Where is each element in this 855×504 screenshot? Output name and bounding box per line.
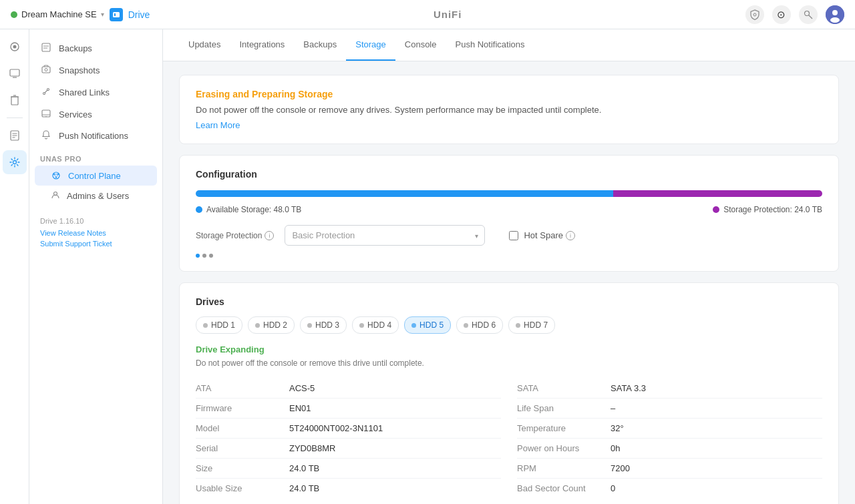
drive-badge-4[interactable]: HDD 4 bbox=[352, 316, 399, 334]
svg-point-29 bbox=[45, 116, 46, 117]
nav-item-services[interactable]: Services bbox=[29, 103, 162, 125]
drive-badge-2[interactable]: HDD 2 bbox=[248, 316, 295, 334]
svg-point-24 bbox=[45, 69, 47, 71]
tab-storage[interactable]: Storage bbox=[346, 29, 395, 61]
svg-point-6 bbox=[832, 10, 838, 15]
camera-icon[interactable]: ⊙ bbox=[772, 5, 791, 24]
nav-sub-label-control-plane: Control Plane bbox=[68, 171, 121, 181]
nav-item-push-notifications[interactable]: Push Notifications bbox=[29, 125, 162, 147]
detail-label: Size bbox=[196, 463, 289, 473]
nav-item-snapshots[interactable]: Snapshots bbox=[29, 59, 162, 81]
erasing-title: Erasing and Preparing Storage bbox=[196, 89, 822, 99]
configuration-card: Configuration Available Storage: 48.0 TB… bbox=[179, 155, 839, 272]
learn-more-link[interactable]: Learn More bbox=[196, 120, 240, 130]
svg-point-25 bbox=[47, 89, 49, 91]
tab-integrations[interactable]: Integrations bbox=[230, 29, 294, 61]
nav-item-shared-links[interactable]: Shared Links bbox=[29, 81, 162, 103]
drive-dot-2 bbox=[255, 323, 260, 328]
detail-value: 0h bbox=[611, 443, 620, 453]
drive-badge-7[interactable]: HDD 7 bbox=[508, 316, 555, 334]
detail-value: 32° bbox=[611, 423, 624, 433]
view-release-notes-link[interactable]: View Release Notes bbox=[40, 229, 152, 237]
drive-badge-1[interactable]: HDD 1 bbox=[196, 316, 242, 334]
detail-label: RPM bbox=[517, 463, 611, 473]
key-icon[interactable] bbox=[799, 5, 818, 24]
submit-support-ticket-link[interactable]: Submit Support Ticket bbox=[40, 240, 152, 248]
detail-value: – bbox=[611, 403, 615, 413]
content-area: Updates Integrations Backups Storage Con… bbox=[163, 29, 855, 504]
detail-value: SATA 3.3 bbox=[611, 383, 646, 393]
detail-row: Model5T24000NT002-3N1101 bbox=[196, 419, 501, 439]
storage-protection-label: Storage Protection: 24.0 TB bbox=[723, 205, 822, 214]
snapshots-icon bbox=[40, 65, 52, 76]
nav-sub-control-plane[interactable]: Control Plane bbox=[35, 166, 157, 186]
svg-rect-10 bbox=[10, 69, 19, 76]
device-selector[interactable]: Dream Machine SE ▾ bbox=[11, 9, 104, 19]
hot-spare-group: Hot Spare i bbox=[509, 230, 575, 240]
shared-links-icon bbox=[40, 87, 52, 98]
detail-value: EN01 bbox=[289, 403, 311, 413]
detail-label: Power on Hours bbox=[517, 443, 611, 453]
svg-line-34 bbox=[54, 174, 56, 178]
nav-item-backups[interactable]: Backups bbox=[29, 37, 162, 59]
center-title: UniFi bbox=[434, 9, 462, 20]
storage-protection-info-icon[interactable]: i bbox=[265, 231, 274, 240]
svg-rect-12 bbox=[11, 97, 18, 105]
detail-row: FirmwareEN01 bbox=[196, 399, 501, 419]
nav-label-backups: Backups bbox=[59, 43, 92, 53]
hot-spare-checkbox[interactable] bbox=[509, 231, 518, 240]
display-icon[interactable] bbox=[3, 61, 27, 85]
nav-label-services: Services bbox=[59, 109, 92, 119]
svg-point-9 bbox=[13, 45, 16, 49]
detail-value: ACS-5 bbox=[289, 383, 315, 393]
nav-sub-admins-users[interactable]: Admins & Users bbox=[29, 186, 162, 206]
tab-push-notifications[interactable]: Push Notifications bbox=[446, 29, 534, 61]
avatar[interactable] bbox=[826, 5, 844, 24]
sidebar-divider bbox=[7, 117, 23, 118]
drive-badge-3[interactable]: HDD 3 bbox=[300, 316, 347, 334]
drive-details-grid: ATAACS-5FirmwareEN01Model5T24000NT002-3N… bbox=[196, 379, 822, 498]
topbar-left: Dream Machine SE ▾ Drive bbox=[11, 8, 150, 21]
drive-badge-6[interactable]: HDD 6 bbox=[456, 316, 503, 334]
drive-dot-4 bbox=[359, 323, 364, 328]
svg-rect-27 bbox=[42, 110, 50, 117]
shield-icon[interactable] bbox=[745, 5, 764, 24]
drive-dot-6 bbox=[464, 323, 468, 328]
drive-icon bbox=[110, 8, 123, 21]
svg-point-7 bbox=[830, 17, 840, 23]
settings-icon[interactable] bbox=[3, 150, 27, 174]
backups-icon bbox=[40, 43, 52, 54]
storage-protection-select[interactable]: Basic Protection bbox=[285, 225, 485, 246]
nav-label-push-notif: Push Notifications bbox=[59, 131, 128, 141]
home-icon[interactable] bbox=[3, 35, 27, 59]
tab-updates[interactable]: Updates bbox=[179, 29, 230, 61]
dots-indicator bbox=[196, 254, 822, 258]
app-name: Drive bbox=[128, 9, 150, 20]
nav-footer: Drive 1.16.10 View Release Notes Submit … bbox=[29, 206, 162, 258]
trash-icon[interactable] bbox=[3, 88, 27, 112]
icon-sidebar bbox=[0, 29, 29, 504]
drive-version: Drive 1.16.10 bbox=[40, 217, 152, 225]
available-storage-label: Available Storage: 48.0 TB bbox=[206, 205, 301, 214]
drive-details-right: SATASATA 3.3Life Span–Temperature32°Powe… bbox=[517, 379, 822, 498]
svg-point-26 bbox=[43, 93, 45, 95]
topbar-drive-section: Drive bbox=[110, 8, 150, 21]
detail-row: Temperature32° bbox=[517, 419, 822, 439]
tab-console[interactable]: Console bbox=[395, 29, 446, 61]
drives-list: HDD 1HDD 2HDD 3HDD 4HDD 5HDD 6HDD 7 bbox=[196, 316, 822, 334]
doc-icon[interactable] bbox=[3, 123, 27, 148]
detail-value: 5T24000NT002-3N1101 bbox=[289, 423, 383, 433]
drives-title: Drives bbox=[196, 296, 822, 307]
detail-row: Power on Hours0h bbox=[517, 439, 822, 459]
drive-badge-5[interactable]: HDD 5 bbox=[404, 316, 451, 334]
hot-spare-info-icon[interactable]: i bbox=[566, 231, 575, 240]
detail-label: Bad Sector Count bbox=[517, 483, 611, 493]
main-layout: Backups Snapshots Shared Links Services … bbox=[0, 29, 855, 504]
tab-backups[interactable]: Backups bbox=[294, 29, 346, 61]
svg-point-3 bbox=[804, 11, 809, 15]
erasing-card: Erasing and Preparing Storage Do not pow… bbox=[179, 75, 839, 144]
available-dot bbox=[196, 206, 202, 213]
detail-value: 24.0 TB bbox=[289, 483, 319, 493]
detail-label: Life Span bbox=[517, 403, 611, 413]
detail-label: Serial bbox=[196, 443, 289, 453]
